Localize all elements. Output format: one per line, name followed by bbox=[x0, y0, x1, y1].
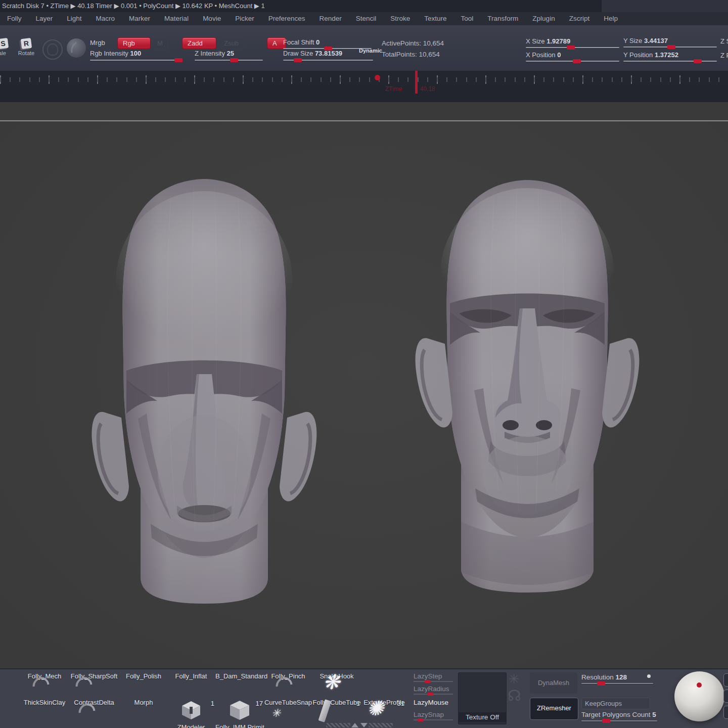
brush-folly-pinch[interactable]: Folly_Pinch bbox=[264, 672, 312, 680]
menu-stencil[interactable]: Stencil bbox=[349, 12, 384, 25]
m-button[interactable]: M bbox=[152, 37, 168, 49]
mrgb-button[interactable]: Mrgb bbox=[90, 39, 105, 47]
top-shelf: S Scale R Rotate Mrgb Rgb M Zadd Zsub Rg… bbox=[0, 25, 728, 71]
brush-folly-mech[interactable]: Folly_Mech bbox=[20, 672, 69, 680]
title-bar: Scratch Disk 7 • ZTime ▶ 40.18 Timer ▶ 0… bbox=[0, 0, 728, 12]
brush-bdam-standard[interactable]: B_Dam_Standard bbox=[215, 672, 264, 680]
menu-layer[interactable]: Layer bbox=[29, 12, 60, 25]
rotate-button[interactable]: R Rotate bbox=[15, 38, 37, 56]
stroke-picker-icon[interactable] bbox=[42, 39, 63, 60]
brush-item-clipped[interactable]: e bbox=[0, 672, 17, 680]
expand-arrow-icon[interactable] bbox=[351, 723, 358, 727]
dynamesh-button[interactable]: DynaMesh bbox=[530, 672, 577, 694]
edge-button-clipped[interactable] bbox=[723, 706, 728, 719]
zremesher-button[interactable]: ZRemesher bbox=[530, 698, 578, 720]
brush-morph[interactable]: Morph bbox=[119, 699, 168, 706]
menu-zscript[interactable]: Zscript bbox=[562, 12, 597, 25]
brush-contrastdelta[interactable]: ContrastDelta bbox=[70, 699, 118, 706]
menu-marker[interactable]: Marker bbox=[122, 12, 157, 25]
rotate-icon: R bbox=[21, 38, 32, 49]
x-size-slider[interactable]: X Size 1.92789 bbox=[526, 37, 619, 45]
collapse-arrow-icon[interactable] bbox=[360, 723, 368, 727]
brush-folly-sharpsoft[interactable]: Folly_SharpSoft bbox=[70, 672, 118, 680]
timeline[interactable]: ZTime 40.18 bbox=[0, 71, 728, 102]
indicator-dot bbox=[647, 674, 651, 678]
menu-macro[interactable]: Macro bbox=[89, 12, 122, 25]
timeline-keyframe-dot[interactable] bbox=[375, 75, 380, 80]
model-head-right[interactable] bbox=[415, 178, 640, 597]
x-position-slider[interactable]: X Position 0 bbox=[526, 51, 619, 59]
edge-button-clipped[interactable] bbox=[723, 673, 728, 687]
dynamic-toggle[interactable]: Dynamic bbox=[359, 48, 382, 54]
title-bar-right-segment bbox=[602, 0, 728, 12]
material-picker-icon[interactable] bbox=[67, 38, 86, 58]
menu-tool[interactable]: Tool bbox=[454, 12, 481, 25]
status-readout: Scratch Disk 7 • ZTime ▶ 40.18 Timer ▶ 0… bbox=[0, 2, 265, 10]
total-points-readout: TotalPoints: 10,654 bbox=[382, 51, 440, 58]
brush-cube-icon bbox=[179, 716, 203, 723]
zbrush-app: Scratch Disk 7 • ZTime ▶ 40.18 Timer ▶ 0… bbox=[0, 0, 728, 728]
rotate-label: Rotate bbox=[15, 50, 37, 56]
material-red-dot bbox=[697, 682, 702, 688]
menu-transform[interactable]: Transform bbox=[480, 12, 525, 25]
bottom-tray: e e Folly_Mech Folly_SharpSoft Folly_Pol… bbox=[0, 668, 728, 728]
menu-picker[interactable]: Picker bbox=[228, 12, 261, 25]
brush-folly-cubetube[interactable]: 1 Folly_CubeTube bbox=[312, 699, 361, 706]
model-head-left[interactable] bbox=[90, 176, 318, 610]
focal-shift-slider[interactable]: Focal Shift 0 bbox=[283, 38, 372, 46]
timeline-label-right: 40.18 bbox=[420, 85, 435, 93]
rgb-intensity-slider[interactable]: Rgb Intensity 100 bbox=[90, 50, 182, 57]
timeline-ruler[interactable] bbox=[0, 73, 728, 86]
texture-off-label: Texture Off bbox=[459, 712, 506, 722]
scale-icon: S bbox=[0, 38, 9, 49]
z-position-slider[interactable]: Z Position bbox=[720, 52, 728, 59]
brush-zmodeler[interactable]: 1 ZModeler bbox=[167, 699, 215, 728]
material-preview-sphere[interactable] bbox=[674, 671, 724, 721]
y-size-slider[interactable]: Y Size 3.44137 bbox=[623, 37, 717, 44]
brush-snakehook[interactable]: ❋ SnakeHook bbox=[312, 672, 361, 680]
rgb-button[interactable]: Rgb bbox=[117, 37, 151, 49]
menu-help[interactable]: Help bbox=[597, 12, 625, 25]
resolution-slider[interactable]: Resolution 128 bbox=[581, 673, 653, 681]
menu-material[interactable]: Material bbox=[157, 12, 196, 25]
tray-resize-handle[interactable] bbox=[326, 722, 393, 728]
scale-button[interactable]: S Scale bbox=[0, 38, 14, 56]
zadd-button[interactable]: Zadd bbox=[182, 37, 216, 49]
menu-light[interactable]: Light bbox=[60, 12, 88, 25]
edge-button-clipped[interactable] bbox=[723, 690, 728, 703]
menu-render[interactable]: Render bbox=[312, 12, 348, 25]
lazysnap-slider[interactable]: LazySnap bbox=[414, 711, 464, 720]
sculpt-viewport[interactable] bbox=[0, 121, 728, 668]
brush-curvetubesnap[interactable]: ✳ CurveTubeSnap bbox=[264, 699, 312, 706]
target-polygons-slider[interactable]: Target Polygons Count 5 bbox=[581, 711, 657, 718]
lazymouse-button[interactable]: LazyMouse bbox=[414, 699, 464, 706]
brush-thickskinclay[interactable]: ThickSkinClay bbox=[20, 699, 69, 706]
menu-folly[interactable]: Folly bbox=[0, 12, 29, 25]
timeline-label-left: ZTime bbox=[385, 85, 402, 93]
brush-folly-polish[interactable]: Folly_Polish bbox=[119, 672, 168, 680]
timeline-ticks bbox=[0, 73, 728, 86]
lazystep-slider[interactable]: LazyStep bbox=[414, 672, 464, 682]
z-size-slider[interactable]: Z Size bbox=[720, 37, 728, 45]
brush-cube-icon bbox=[228, 716, 251, 723]
timeline-playhead[interactable] bbox=[415, 71, 418, 94]
menu-movie[interactable]: Movie bbox=[196, 12, 228, 25]
active-points-readout: ActivePoints: 10,654 bbox=[382, 39, 444, 47]
menu-stroke[interactable]: Stroke bbox=[383, 12, 417, 25]
keepgroups-button[interactable]: KeepGroups bbox=[581, 698, 650, 709]
brush-extrudeprofile[interactable]: ✺ 31 ExtrudeProfile bbox=[360, 699, 408, 706]
menu-bar: Folly Layer Light Macro Marker Material … bbox=[0, 12, 728, 26]
scale-label: Scale bbox=[0, 50, 14, 56]
menu-zplugin[interactable]: Zplugin bbox=[525, 12, 562, 25]
menu-preferences[interactable]: Preferences bbox=[261, 12, 312, 25]
lazyradius-slider[interactable]: LazyRadius bbox=[414, 685, 464, 695]
brush-folly-inflat[interactable]: Folly_Inflat bbox=[167, 672, 215, 680]
menu-texture[interactable]: Texture bbox=[417, 12, 453, 25]
zsub-button[interactable]: Zsub bbox=[218, 37, 244, 49]
brush-folly-imm-primit[interactable]: 17 Folly_IMM Primit bbox=[215, 699, 264, 728]
z-intensity-slider[interactable]: Z Intensity 25 bbox=[195, 50, 263, 57]
y-position-slider[interactable]: Y Position 1.37252 bbox=[623, 51, 717, 59]
brush-item-clipped[interactable]: e bbox=[0, 699, 17, 706]
texture-slot[interactable]: Texture Off bbox=[458, 672, 507, 724]
document-top-band bbox=[0, 102, 728, 121]
